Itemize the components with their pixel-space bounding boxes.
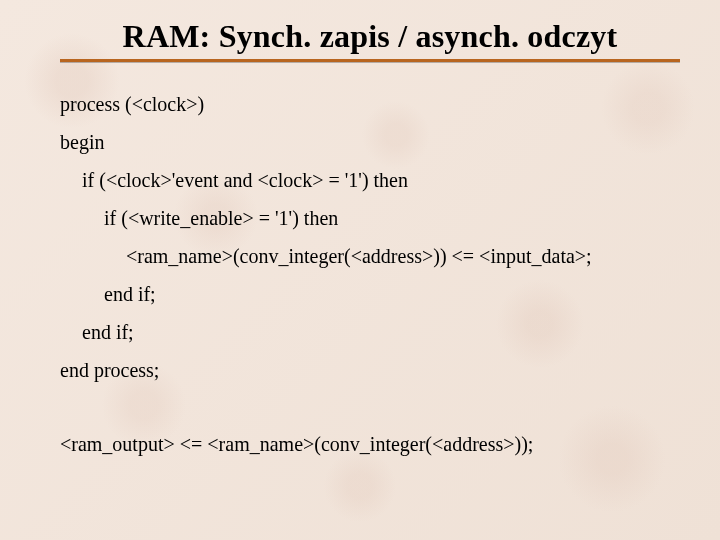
code-line-5: <ram_name>(conv_integer(<address>)) <= <…	[60, 246, 680, 266]
code-line-9: <ram_output> <= <ram_name>(conv_integer(…	[60, 434, 680, 454]
blank-line	[60, 398, 680, 416]
code-line-7: end if;	[60, 322, 680, 342]
code-line-3: if (<clock>'event and <clock> = '1') the…	[60, 170, 680, 190]
slide-title: RAM: Synch. zapis / asynch. odczyt	[60, 18, 680, 62]
code-line-4: if (<write_enable> = '1') then	[60, 208, 680, 228]
code-line-2: begin	[60, 132, 680, 152]
code-block: process (<clock>) begin if (<clock>'even…	[60, 94, 680, 454]
code-line-6: end if;	[60, 284, 680, 304]
code-line-8: end process;	[60, 360, 680, 380]
code-line-1: process (<clock>)	[60, 94, 680, 114]
